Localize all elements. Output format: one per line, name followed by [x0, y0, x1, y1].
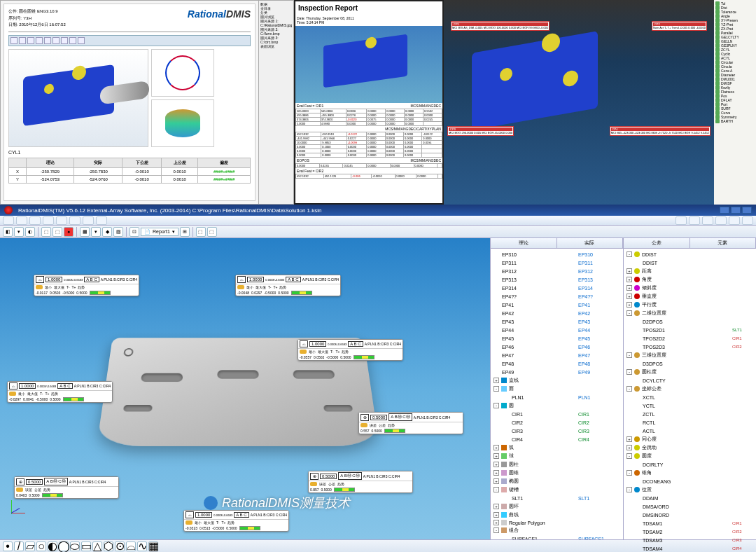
gdt-balloon[interactable]: ⊕0.5000A BⓂ CⓂA:PLN1 B:CIR3 C:CIR4误差公差趋势…	[308, 471, 413, 493]
tolerance-row[interactable]: +倾斜度	[625, 284, 755, 292]
feature-group[interactable]: +圆环	[492, 502, 622, 511]
tolerance-row[interactable]: +全跳动	[625, 443, 755, 452]
tolerance-row[interactable]: +距离	[625, 267, 755, 275]
feature-row[interactable]: EP43EP43	[492, 317, 622, 326]
callout-cp2[interactable]: CP2Nom Act T- T+ Trend -0.005 0.000 -6.0…	[652, 21, 707, 31]
feature-row[interactable]: EP41EP41	[492, 301, 622, 309]
feature-row[interactable]: EP49EP49	[492, 368, 622, 376]
tolerance-row[interactable]: -二维位置度	[625, 309, 755, 317]
feature-row[interactable]: EP45EP45	[492, 334, 622, 343]
callout-cp1[interactable]: CP1MCI BOI AS_DIM -0.005 MCI BOO 100.000…	[451, 21, 550, 31]
results-table: 理论实际下公差上公差偏差 X-250.7829-250.7830-0.00100…	[8, 158, 251, 184]
app-icon	[4, 206, 13, 214]
feature-group[interactable]: -组合	[492, 526, 622, 534]
field-value: 2010年12月6日 16:07:52	[19, 22, 65, 27]
callout-cp4[interactable]: CP4MCI B05 -423.000 -423.000 MCI B08 -9.…	[610, 126, 710, 136]
minimize-button[interactable]	[720, 207, 729, 214]
axis-gizmo	[6, 499, 27, 520]
3d-viewport[interactable]: ⌓1.00000.0003/-0.6683A B CA:PLN1 B:CIR3 …	[0, 238, 490, 539]
col-nominal: 理论	[491, 238, 557, 248]
gdt-balloon[interactable]: ⊕0.5000A BⓂ CⓂA:PLN1 B:CIR3 C:CIR4误差公差趋势…	[14, 476, 119, 499]
feature-group[interactable]: -键槽	[492, 485, 622, 494]
main-render-view[interactable]	[8, 49, 148, 147]
feature-row[interactable]: EP314EP314	[492, 284, 622, 292]
left-tree[interactable]: 数据全目录分类图片浏览图片来源 1: C:\RationalDMIS.jpg图片…	[258, 1, 293, 204]
feature-row[interactable]: EP46EP46	[492, 343, 622, 351]
report-document: 公件: 圆柱圆锥 ENG3.10.9 序列号: Y3H 日期: 2010年12月…	[4, 4, 255, 201]
tolerance-row[interactable]: +角度	[625, 275, 755, 284]
col-tol: 公差	[624, 238, 690, 248]
feature-group[interactable]: +圆柱	[492, 460, 622, 469]
gdt-balloon[interactable]: ⌓1.00000.0003/-0.6683A B CA:PLN1 B:CIR3 …	[34, 275, 139, 296]
title-bar[interactable]: RationalDMIS(TM) V5.6.12 External-Array …	[0, 205, 756, 216]
feature-group[interactable]: +曲线	[492, 511, 622, 519]
report-right-panel: Inspection Report Date: Thursday, Septem…	[294, 0, 756, 205]
ribbon-btn[interactable]	[3, 216, 14, 225]
maximize-button[interactable]	[731, 207, 741, 214]
col-actual: 实际	[557, 238, 624, 248]
feature-group[interactable]: +Regular Polygon	[492, 519, 622, 526]
tolerance-row[interactable]: -位置	[625, 485, 755, 494]
feature-group[interactable]: -面	[492, 385, 622, 393]
feature-group[interactable]: +弧	[492, 443, 622, 452]
feature-group[interactable]: +球	[492, 452, 622, 460]
tolerance-row[interactable]: -DDIST	[625, 250, 755, 258]
main-toolbar[interactable]: ◧▾◐ ⬚⬚● ▦▾◆▧ ⊡📄Report1▾ ⊞⬚⬚	[0, 226, 756, 238]
mini-toolbar[interactable]	[8, 35, 251, 46]
gdt-balloon[interactable]: ⌓1.00000.0003/-0.6683A B CA:PLN1 B:CIR3 …	[7, 381, 113, 403]
main-application: RationalDMIS(TM) V5.6.12 External-Array …	[0, 205, 756, 552]
report-dropdown[interactable]: 📄Report1▾	[141, 228, 178, 236]
brand-logo: RationalDMIS	[188, 8, 251, 29]
feature-row[interactable]: EP310EP310	[492, 250, 622, 258]
field-label: 公件:	[8, 9, 18, 13]
field-label: 序列号:	[8, 16, 22, 20]
feature-row[interactable]: EP44EP44	[492, 326, 622, 334]
feature-row[interactable]: EP313EP313	[492, 275, 622, 284]
gdt-balloon[interactable]: ⌓1.00000.0003/-0.6683A B CA:PLN1 B:CIR3 …	[183, 510, 289, 532]
field-value: Y3H	[23, 16, 31, 20]
feature-group[interactable]: +椭圆	[492, 477, 622, 485]
tool-3d[interactable]: ◧	[3, 227, 13, 237]
report-title: Inspection Report	[295, 1, 442, 15]
field-value: 圆柱圆锥 ENG3.10.9	[19, 9, 57, 13]
gdt-balloon[interactable]: ⌓1.00000.0003/-0.6683A B CA:PLN1 B:CIR3 …	[235, 275, 341, 296]
tolerance-row[interactable]: +平行度	[625, 301, 755, 309]
tolerance-row[interactable]: -圆度	[625, 452, 755, 460]
gdt-balloon[interactable]: ⌓1.00000.0003/-0.6683A B CA:PLN1 B:CIR3 …	[298, 339, 403, 361]
feature-row[interactable]: EP312EP312	[492, 267, 622, 275]
callout-cp3[interactable]: CP3MCI BOO 296.0000 0.005 MCI BOR 45.000…	[447, 126, 514, 136]
feature-row[interactable]: EP48EP48	[492, 359, 622, 368]
features-panel[interactable]: 理论实际 EP310EP310EP311EP311EP312EP312EP313…	[490, 238, 623, 539]
tolerance-row[interactable]: -坐标公差	[625, 385, 755, 393]
feature-row[interactable]: EP42EP42	[492, 309, 622, 317]
watermark: RationalDMIS测量技术	[204, 495, 350, 511]
window-title: RationalDMIS(TM) V5.6.12 External-Array …	[18, 207, 322, 214]
feature-row[interactable]: EP311EP311	[492, 258, 622, 267]
tolerance-row[interactable]: -圆柱度	[625, 368, 755, 376]
report-left-panel: 公件: 圆柱圆锥 ENG3.10.9 序列号: Y3H 日期: 2010年12月…	[0, 0, 294, 205]
cylinder-plot[interactable]	[151, 99, 214, 147]
tolerance-panel[interactable]: 公差元素 -DDISTDDIST+距离+角度+倾斜度+垂直度+平行度-二维位置度…	[623, 238, 756, 539]
inspection-3d-view[interactable]: CP1MCI BOI AS_DIM -0.005 MCI BOO 100.000…	[444, 0, 714, 205]
ribbon-tabs[interactable]	[0, 216, 756, 226]
gdt-balloon[interactable]: ⊕0.5000A BⓂ CⓂA:PLN1 B:CIR3 C:CIR4误差公差趋势…	[358, 412, 463, 434]
feature-group[interactable]: -圆	[492, 401, 622, 410]
tolerance-tree[interactable]: TolDistToleranceAngleXY-PresenYZ-PretZX-…	[714, 0, 756, 205]
field-label: 日期:	[8, 22, 18, 27]
tolerance-row[interactable]: +垂直度	[625, 292, 755, 301]
feature-row[interactable]: EP47EP47	[492, 351, 622, 359]
feature-label: CYL1	[8, 150, 251, 155]
feature-group[interactable]: +圆锥	[492, 469, 622, 477]
feature-group[interactable]: +直线	[492, 376, 622, 385]
tolerance-row[interactable]: +同心度	[625, 435, 755, 443]
inspection-report-doc: Inspection Report Date: Thursday, Septem…	[295, 1, 442, 203]
tolerance-row[interactable]: -三维位置度	[625, 351, 755, 359]
tolerance-row[interactable]: -锥角	[625, 469, 755, 477]
close-button[interactable]	[742, 207, 752, 214]
feature-row[interactable]: EP4??EP4??	[492, 292, 622, 301]
col-elem: 元素	[690, 238, 757, 248]
circle-plot[interactable]	[151, 49, 214, 97]
